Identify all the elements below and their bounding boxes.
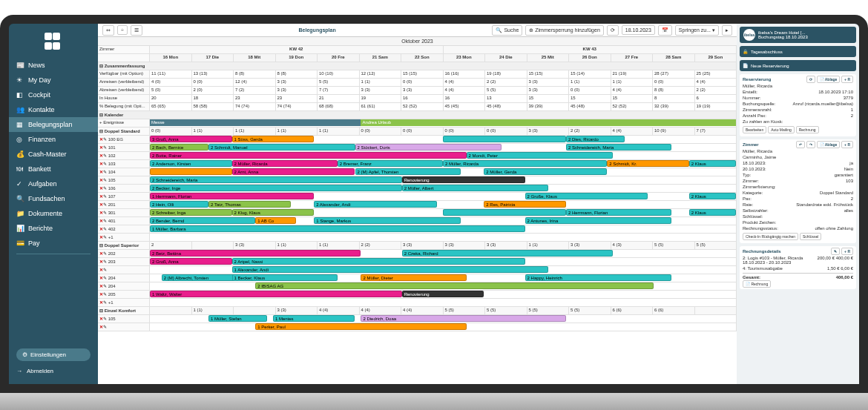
booking-bar[interactable]: 2 Schneidereich, Maria (566, 144, 671, 151)
summary-header[interactable]: ⊟ Zusammenfassung (98, 62, 737, 70)
booking-bar[interactable]: 2 Stöckert, Doris (355, 144, 502, 151)
booking-bar[interactable] (443, 209, 566, 216)
booking-bar[interactable]: 1 Perker, Paul (255, 323, 466, 330)
sidebar-item-kontakte[interactable]: 👥Kontakte (9, 102, 98, 117)
sidebar-item-news[interactable]: 📰News (9, 58, 98, 73)
room-number[interactable]: ✕✎ 204 (98, 274, 150, 282)
booking-bar[interactable]: 2 Dies, Ricardo (566, 136, 625, 142)
room-number[interactable]: ✕✎ 107 (98, 193, 150, 201)
booking-bar[interactable]: 2 Antunes, Irina (525, 217, 672, 224)
res-action-button[interactable]: Rechnung (796, 126, 819, 133)
room-number[interactable]: ✕✎ +1 (98, 299, 150, 307)
booking-bar[interactable]: 2 Res, Patricia (484, 201, 566, 208)
booking-bar[interactable]: 1 Waltz, Walter (150, 291, 402, 297)
booking-bar[interactable]: 2 Müller, Dieter (361, 274, 466, 281)
split-icon[interactable]: ÷ (117, 25, 128, 35)
sidebar-item-bankett[interactable]: 🍽Bankett (9, 162, 98, 176)
booking-bar[interactable]: 2 Alexander, Andi (314, 201, 437, 208)
search-button[interactable]: 🔍 Suche (492, 25, 522, 36)
booking-bar[interactable]: 2 Schneidereich, Maria (150, 176, 402, 183)
add-icon[interactable]: + R (841, 248, 853, 255)
booking-bar[interactable]: 2 Herrmann, Florian (566, 209, 671, 216)
sidebar-item-cash-master[interactable]: 💰Cash-Master (9, 147, 98, 162)
filing-button[interactable]: 📄 Ablage (817, 141, 841, 148)
room-number[interactable]: ✕✎ 105 (98, 176, 150, 185)
zimmer-action-button[interactable]: Schlüssel (800, 233, 821, 240)
room-number[interactable]: ✕✎ 101 (98, 144, 150, 152)
booking-bar[interactable]: 2 Diedrich, Doaa (361, 315, 566, 322)
booking-bar[interactable]: 2 Klaus (689, 193, 736, 199)
booking-bar[interactable]: 2 (M) Albrecht, Torsten (162, 274, 244, 281)
booking-bar[interactable]: 2 Betz, Bettina (150, 250, 361, 257)
res-action-button[interactable]: Auto Mailing (768, 126, 795, 133)
booking-bar[interactable]: 2 Bach, Bernice (150, 144, 208, 151)
edit-icon[interactable]: ✎ (831, 248, 840, 255)
room-number[interactable]: ✕✎ 205 (98, 291, 150, 299)
refresh-icon[interactable]: ⟳ (607, 25, 619, 36)
booking-bar[interactable]: 1 Stange, Markus (314, 217, 461, 224)
next-icon[interactable]: ↷ (806, 141, 815, 148)
sidebar-item-fundsachen[interactable]: 🔍Fundsachen (9, 191, 98, 206)
sidebar-item-finanzen[interactable]: ◎Finanzen (9, 132, 98, 147)
booking-bar[interactable] (150, 168, 232, 175)
settings-button[interactable]: ⚙ Einstellungen (16, 348, 91, 361)
booking-bar[interactable]: 1 Becker, Klaus (232, 274, 338, 281)
booking-bar[interactable]: Renovierung (402, 176, 525, 183)
room-number[interactable]: ✕✎ 102 (98, 152, 150, 160)
booking-bar[interactable]: 2 Arnt, Anna (232, 168, 355, 175)
booking-bar[interactable]: 2 Becker, Inge (150, 185, 402, 191)
booking-bar[interactable]: 1 Herrmann, Florian (150, 193, 314, 199)
booking-bar[interactable]: 1 AB Co (255, 217, 296, 224)
sidebar-item-dokumente[interactable]: 📁Dokumente (9, 206, 98, 221)
room-number[interactable]: ✕✎ 106 (98, 185, 150, 193)
room-number[interactable]: ✕✎ 202 (98, 250, 150, 258)
calendar-icon[interactable]: 📅 (658, 25, 672, 36)
event-bar[interactable]: Messe (150, 119, 361, 126)
booking-bar[interactable]: 2 Müller, Albert (402, 185, 549, 191)
room-number[interactable]: ✕✎ 100 EG (98, 136, 150, 144)
expand-icon[interactable]: ⇔ (102, 25, 114, 36)
booking-bar[interactable]: Renovierung (402, 291, 484, 297)
booking-bar[interactable]: 3 Groß, Anna (150, 136, 232, 142)
sidebar-item-cockpit[interactable]: ◧Cockpit (9, 87, 98, 102)
booking-bar[interactable]: 2 Müller, Ricarda (443, 160, 607, 167)
booking-bar[interactable]: 2 Artpel, Nassi (232, 258, 525, 265)
booking-bar[interactable]: 1 Alexander, Andi (232, 266, 549, 273)
booking-bar[interactable]: 2 (M) Apfel, Thorsten (355, 168, 461, 175)
add-icon[interactable]: + R (841, 141, 853, 148)
booking-bar[interactable]: 1 Mentes (273, 315, 355, 322)
room-number[interactable]: ✕✎ 104 (98, 168, 150, 176)
room-number[interactable]: ✕✎ 204 (98, 282, 150, 291)
category-header[interactable]: ⊟ Einzel Komfort (98, 307, 150, 315)
booking-bar[interactable]: 1 Müller, Stefan (208, 315, 267, 322)
menu-icon[interactable]: ☰ (131, 25, 142, 36)
booking-bar[interactable] (443, 136, 566, 142)
booking-bar[interactable]: 2 Müller, Gerda (484, 168, 607, 175)
sidebar-item-aufgaben[interactable]: ✓Aufgaben (9, 176, 98, 191)
category-header[interactable]: ⊟ Doppel Standard (98, 128, 150, 136)
booking-bar[interactable]: 2 Große, Klaus (525, 193, 648, 199)
room-number[interactable]: ✕✎ 401 (98, 217, 150, 225)
more-icon[interactable]: ▸ (722, 25, 732, 36)
room-number[interactable]: ✕✎ 201 (98, 201, 150, 209)
booking-bar[interactable]: 2 Happy, Heinrich (525, 274, 672, 281)
booking-bar[interactable]: 2 Hein, Olli (150, 201, 208, 208)
room-number[interactable]: ✕✎ +1 (98, 234, 150, 242)
room-number[interactable]: ✕✎ 103 (98, 160, 150, 168)
daily-close-button[interactable]: 🔒 Tagesabschluss (740, 46, 856, 57)
booking-bar[interactable]: 2 Müller, Ricarda (232, 160, 338, 167)
category-header[interactable]: ⊟ Doppel Superior (98, 242, 150, 250)
booking-bar[interactable]: 2 Klaus (689, 209, 736, 216)
booking-bar[interactable]: 2 Klug, Klaus (232, 209, 315, 216)
booking-bar[interactable]: 2 Schmidt, Manuel (208, 144, 355, 151)
room-number[interactable]: ✕✎ (98, 266, 150, 274)
booking-bar[interactable]: 1 Müller, Barbara (150, 225, 525, 232)
booking-bar[interactable]: 2 Bremer, Franz (338, 160, 443, 167)
sidebar-item-pay[interactable]: 💳Pay (9, 236, 98, 251)
room-number[interactable]: ✕✎ 105 (98, 315, 150, 323)
room-number[interactable]: ✕✎ 402 (98, 225, 150, 234)
booking-bar[interactable]: 2 Mondt, Peter (467, 152, 614, 159)
booking-bar[interactable]: 2 Tatz, Thomas (208, 201, 291, 208)
booking-bar[interactable]: 2 Bender, Bernd (150, 217, 255, 224)
event-bar[interactable]: Andrea Urlaub (361, 119, 736, 126)
